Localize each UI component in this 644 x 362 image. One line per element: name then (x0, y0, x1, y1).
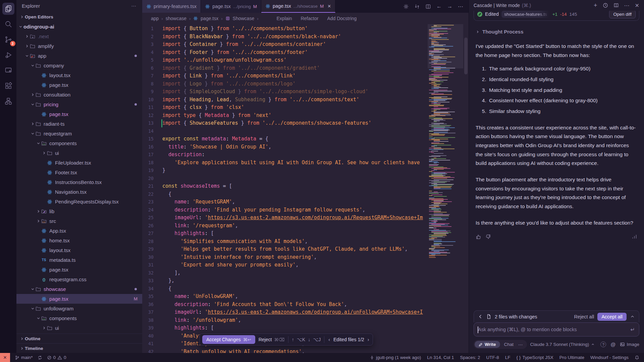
navigate-forward-icon[interactable]: → (447, 3, 452, 9)
tree-folder-amplify[interactable]: amplify (16, 41, 142, 51)
close-panel-icon[interactable]: ✕ (635, 2, 639, 9)
git-branch-item[interactable]: main* (15, 355, 33, 360)
breadcrumb-app[interactable]: app (151, 16, 159, 21)
add-docstring-action[interactable]: Add Docstring (327, 16, 357, 21)
tree-root-folder[interactable]: odingroup-ai (16, 22, 142, 32)
tree-folder-ui[interactable]: ui (16, 148, 142, 158)
tree-folder-requestgram[interactable]: requestgram (16, 129, 142, 138)
timeline-section[interactable]: Timeline (16, 343, 142, 353)
open-diff-button[interactable]: Open diff (609, 11, 636, 18)
thumbs-up-icon[interactable] (476, 234, 481, 240)
tree-file-requestgram.css[interactable]: {}requestgram.css (16, 275, 142, 284)
tab-page-pricing[interactable]: page.tsx .../pricing M (201, 0, 261, 13)
navigate-back-icon[interactable]: ← (436, 3, 442, 9)
editor-settings-icon[interactable] (403, 4, 409, 9)
tree-file-App.tsx[interactable]: App.tsx (16, 226, 142, 236)
send-enter-icon[interactable]: ↵ (631, 326, 635, 333)
tree-folder-company[interactable]: company (16, 61, 142, 70)
breadcrumb-showcase[interactable]: showcase (166, 16, 186, 21)
tree-file-Navigation.tsx[interactable]: Navigation.tsx (16, 187, 142, 197)
tree-folder-app[interactable]: app (16, 51, 142, 61)
blame-item[interactable]: jgutt-png (1 week ago) (370, 355, 421, 360)
tree-folder-consultation[interactable]: consultation (16, 90, 142, 100)
accept-changes-button[interactable]: Accept Changes⌘↩ (202, 335, 255, 344)
language-mode[interactable]: { } TypeScript JSX (517, 355, 553, 360)
notifications-bell-icon[interactable] (635, 355, 639, 360)
tree-folder-components[interactable]: components (16, 138, 142, 148)
next-change-arrow[interactable]: ↓ (308, 337, 310, 342)
tree-file-page.tsx[interactable]: page.tsxM (16, 294, 142, 304)
tree-file-page.tsx[interactable]: page.tsx (16, 265, 142, 275)
editor-scrollbar[interactable] (464, 38, 468, 74)
refactor-action[interactable]: Refactor (301, 16, 318, 21)
minimap-slider[interactable] (428, 24, 463, 68)
prev-file-chevron[interactable]: ‹ (328, 337, 331, 342)
remote-indicator[interactable]: ✕ (0, 353, 10, 362)
help-icon[interactable]: ? (600, 342, 606, 347)
tree-folder-pricing[interactable]: pricing (16, 100, 142, 109)
model-selector[interactable]: Claude 3.7 Sonnet (Thinking) (530, 342, 595, 347)
reject-all-button[interactable]: Reject all (574, 314, 594, 319)
close-tab-icon[interactable]: ✕ (327, 4, 331, 9)
breadcrumb-file[interactable]: page.tsx (201, 16, 218, 21)
accept-all-button[interactable]: Accept all (597, 313, 627, 321)
tab-page-showcase[interactable]: page.tsx .../showcase M ✕ (261, 0, 335, 13)
cascade-more-icon[interactable]: ⋯ (624, 2, 630, 9)
code-editor[interactable]: 1import { Button } from '../../component… (142, 25, 423, 353)
run-debug-icon[interactable] (2, 49, 14, 61)
tree-file-layout.tsx[interactable]: layout.tsx (16, 245, 142, 255)
tree-file-PendingRequestsDisplay.tsx[interactable]: PendingRequestsDisplay.tsx (16, 197, 142, 206)
remote-preview-icon[interactable] (2, 64, 14, 76)
edited-file-chip[interactable]: showcase-features.ts (501, 11, 550, 18)
explorer-more-icon[interactable]: ⋯ (131, 3, 137, 9)
tree-file-FileUploader.tsx[interactable]: FileUploader.tsx (16, 158, 142, 168)
hierarchy-icon[interactable] (2, 95, 14, 107)
problems-item[interactable]: 0 0 (47, 355, 66, 360)
next-file-chevron[interactable]: › (367, 337, 370, 342)
tree-folder-src[interactable]: src (16, 216, 142, 226)
split-editor-icon[interactable] (425, 4, 431, 9)
tree-folder-showcase[interactable]: showcase (16, 284, 142, 294)
reject-button[interactable]: Reject⌘⌫ (259, 337, 285, 342)
tree-file-InstructionsBento.tsx[interactable]: InstructionsBento.tsx (16, 177, 142, 187)
tree-folder-lib[interactable]: lib (16, 206, 142, 216)
open-editors-section[interactable]: Open Editors (16, 12, 142, 22)
plan-badge[interactable]: Pro Ultimate (559, 355, 584, 360)
search-icon[interactable] (2, 18, 14, 30)
tree-folder-radiant-ts[interactable]: radiant-ts (16, 119, 142, 129)
explorer-icon[interactable] (2, 3, 14, 15)
tree-file-page.tsx[interactable]: page.tsx (16, 109, 142, 119)
tab-primary-features[interactable]: primary-features.tsx (142, 0, 201, 13)
tree-folder-unfollowgram[interactable]: unfollowgram (16, 304, 142, 313)
tree-folder-.next[interactable]: .next (16, 32, 142, 41)
mention-icon[interactable]: @ (610, 342, 615, 347)
back-arrow-icon[interactable] (478, 314, 483, 319)
new-conversation-icon[interactable]: + (594, 2, 597, 9)
thumbs-down-icon[interactable] (485, 234, 491, 240)
editor-more-icon[interactable]: ⋯ (458, 3, 463, 10)
prev-change-arrow[interactable]: ↑ (292, 337, 294, 342)
docs-icon[interactable] (613, 3, 619, 8)
cursor-position[interactable]: Ln 314, Col 1 (427, 355, 454, 360)
sync-button[interactable] (38, 355, 42, 360)
collapse-chevron-icon[interactable] (630, 314, 635, 319)
outline-section[interactable]: Outline (16, 334, 142, 343)
tree-folder-ui[interactable]: ui (16, 323, 142, 333)
mode-more-icon[interactable]: ⋯ (518, 342, 526, 347)
tree-file-layout.tsx[interactable]: layout.tsx (16, 70, 142, 80)
extensions-icon[interactable] (2, 80, 14, 92)
thought-process-toggle[interactable]: Thought Process (476, 29, 637, 35)
tree-file-page.tsx[interactable]: page.tsx (16, 80, 142, 90)
source-control-icon[interactable]: 3 (2, 34, 14, 46)
write-mode-toggle[interactable]: Write (475, 341, 500, 348)
chat-mode-toggle[interactable]: Chat (501, 341, 517, 348)
explain-action[interactable]: Explain (277, 16, 292, 21)
tree-file-metadata.ts[interactable]: TSmetadata.ts (16, 255, 142, 265)
eol[interactable]: LF (505, 355, 511, 360)
compare-changes-icon[interactable] (414, 4, 420, 9)
indentation[interactable]: Spaces: 2 (460, 355, 480, 360)
minimap[interactable] (428, 24, 463, 353)
history-icon[interactable] (603, 3, 608, 8)
tree-file-Footer.tsx[interactable]: Footer.tsx (16, 168, 142, 177)
encoding[interactable]: UTF-8 (486, 355, 499, 360)
